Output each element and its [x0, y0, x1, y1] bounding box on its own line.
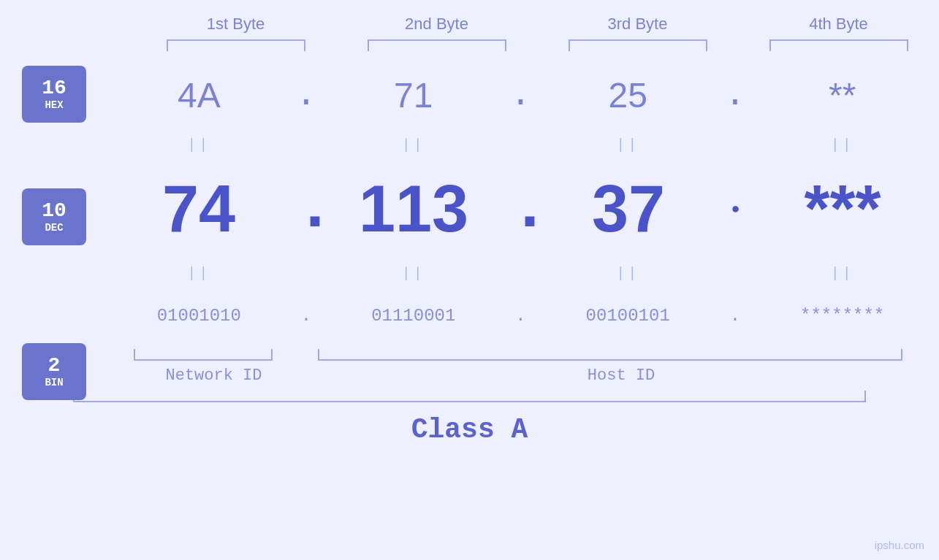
bottom-brackets — [0, 349, 939, 361]
class-label: Class A — [0, 414, 939, 445]
bin-value-1: 01001010 — [102, 306, 296, 326]
host-id-label: Host ID — [325, 367, 917, 385]
network-bracket — [134, 349, 273, 361]
bin-badge-number: 2 — [48, 355, 61, 377]
rows-wrapper: 16 HEX 4A . 71 . 25 . ** — [0, 58, 939, 345]
byte3-header: 3rd Byte — [537, 15, 738, 34]
eq-2-3: || — [531, 265, 725, 282]
host-bracket — [318, 349, 902, 361]
eq-2-2: || — [316, 265, 510, 282]
dec-value-3: 37 — [532, 172, 725, 247]
eq-1-4: || — [745, 137, 939, 153]
equals-row-2: || || || || — [0, 260, 939, 286]
eq-1-3: || — [531, 137, 725, 153]
top-bracket-4 — [769, 39, 908, 51]
bracket-cell-1 — [135, 39, 336, 51]
bin-dot-3: . — [725, 306, 746, 326]
dec-value-4: *** — [746, 172, 939, 247]
dec-dot-2: . — [510, 172, 532, 246]
top-bracket-1 — [167, 39, 305, 51]
bin-dot-2: . — [510, 306, 531, 326]
bracket-cell-4 — [738, 39, 939, 51]
host-bracket-cell — [303, 349, 917, 361]
bin-value-4: ******** — [745, 306, 939, 326]
eq-2-1: || — [102, 265, 296, 282]
top-bracket-2 — [368, 39, 506, 51]
dec-value-1: 74 — [102, 172, 295, 247]
eq-2-4: || — [745, 265, 939, 282]
dec-row: 74 . 113 . 37 ● *** — [0, 158, 939, 260]
network-bracket-cell — [102, 349, 303, 361]
hex-dot-3: . — [725, 75, 746, 115]
hex-value-1: 4A — [102, 75, 296, 115]
top-brackets — [0, 39, 939, 51]
byte1-header: 1st Byte — [135, 15, 336, 34]
main-container: 1st Byte 2nd Byte 3rd Byte 4th Byte 16 H… — [0, 0, 939, 560]
bin-badge-label: BIN — [45, 377, 63, 388]
network-id-label: Network ID — [102, 367, 325, 385]
bracket-cell-3 — [537, 39, 738, 51]
top-bracket-3 — [569, 39, 707, 51]
id-labels: Network ID Host ID — [0, 367, 939, 385]
dec-value-2: 113 — [317, 172, 510, 247]
byte-headers: 1st Byte 2nd Byte 3rd Byte 4th Byte — [0, 15, 939, 34]
hex-value-2: 71 — [316, 75, 510, 115]
bin-row: 01001010 . 01110001 . 00100101 . *******… — [0, 286, 939, 345]
hex-row: 4A . 71 . 25 . ** — [0, 58, 939, 131]
dec-dot-3: ● — [725, 201, 746, 218]
bracket-cell-2 — [336, 39, 537, 51]
bin-value-2: 01110001 — [316, 306, 510, 326]
hex-dot-2: . — [510, 75, 531, 115]
bin-badge: 2 BIN — [22, 343, 86, 400]
bin-value-3: 00100101 — [531, 306, 725, 326]
dec-dot-1: . — [295, 172, 317, 246]
full-bottom-bracket — [73, 391, 866, 402]
hex-dot-1: . — [296, 75, 317, 115]
hex-value-4: ** — [745, 75, 939, 115]
byte4-header: 4th Byte — [738, 15, 939, 34]
equals-row-1: || || || || — [0, 131, 939, 158]
watermark: ipshu.com — [875, 539, 924, 551]
hex-value-3: 25 — [531, 75, 725, 115]
byte2-header: 2nd Byte — [336, 15, 537, 34]
eq-1-1: || — [102, 137, 296, 153]
eq-1-2: || — [316, 137, 510, 153]
bin-dot-1: . — [296, 306, 317, 326]
